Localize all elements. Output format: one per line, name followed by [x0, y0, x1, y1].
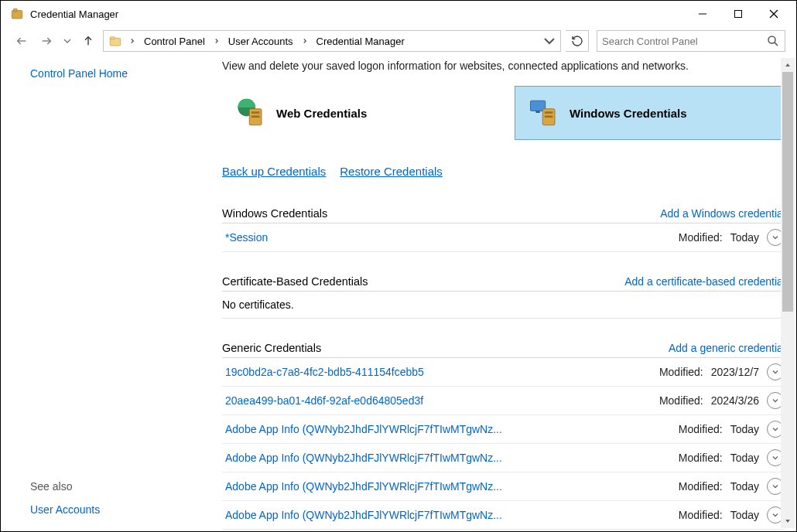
- sidebar: Control Panel Home See also User Account…: [1, 58, 217, 531]
- credential-name: Adobe App Info (QWNyb2JhdFJlYWRlcjF7fTIw…: [225, 452, 502, 464]
- titlebar: Credential Manager: [1, 1, 796, 27]
- modified-value: 2024/3/26: [711, 394, 759, 407]
- modified-label: Modified:: [659, 394, 703, 407]
- modified-label: Modified:: [679, 480, 723, 493]
- refresh-button[interactable]: [566, 30, 589, 52]
- credential-name: Adobe App Info (QWNyb2JhdFJlYWRlcjF7fTIw…: [225, 480, 502, 493]
- web-credentials-label: Web Credentials: [276, 107, 367, 120]
- scroll-down-button[interactable]: [781, 514, 795, 528]
- window-title: Credential Manager: [30, 9, 118, 20]
- credential-row[interactable]: Adobe App Info (QWNyb2JhdFJlYWRlcjF7fTIw…: [222, 444, 785, 472]
- credential-name: Adobe App Info (QWNyb2JhdFJlYWRlcjF7fTIw…: [225, 423, 502, 435]
- chevron-right-icon[interactable]: [210, 37, 224, 45]
- crumb-control-panel[interactable]: Control Panel: [142, 36, 207, 47]
- svg-marker-23: [785, 520, 790, 523]
- credential-row[interactable]: 19c0bd2a-c7a8-4fc2-bdb5-411154fcebb5Modi…: [222, 358, 785, 387]
- svg-line-12: [775, 43, 778, 46]
- svg-rect-1: [14, 9, 18, 12]
- credential-row[interactable]: Adobe App Info (QWNyb2JhdFJlYWRlcjF7fTIw…: [222, 415, 785, 444]
- scroll-thumb[interactable]: [782, 72, 793, 312]
- credential-name: *Session: [225, 231, 268, 244]
- search-input[interactable]: [602, 36, 761, 47]
- crumb-user-accounts[interactable]: User Accounts: [227, 36, 295, 47]
- recent-locations-button[interactable]: [61, 31, 74, 51]
- modified-value: Today: [730, 480, 759, 493]
- svg-rect-10: [110, 37, 115, 39]
- windows-credentials-label: Windows Credentials: [570, 107, 687, 120]
- svg-rect-3: [735, 11, 742, 18]
- scroll-track[interactable]: [781, 72, 795, 514]
- add-generic-credential-link[interactable]: Add a generic credential: [669, 342, 785, 354]
- credential-row[interactable]: Adobe App Info (QWNyb2JhdFJlYWRlcjF7fTIw…: [222, 472, 785, 501]
- user-accounts-link[interactable]: User Accounts: [30, 503, 100, 516]
- breadcrumb[interactable]: Control Panel User Accounts Credential M…: [103, 30, 561, 52]
- crumb-credential-manager[interactable]: Credential Manager: [315, 36, 406, 47]
- control-panel-home-link[interactable]: Control Panel Home: [30, 67, 194, 80]
- svg-rect-15: [251, 111, 260, 114]
- credential-row[interactable]: Adobe App Info (QWNyb2JhdFJlYWRlcjF7fTIw…: [222, 501, 785, 530]
- svg-rect-16: [251, 116, 260, 118]
- scroll-up-button[interactable]: [781, 58, 795, 72]
- add-certificate-credential-link[interactable]: Add a certificate-based credential: [624, 275, 785, 288]
- restore-credentials-link[interactable]: Restore Credentials: [340, 165, 443, 178]
- svg-point-11: [768, 36, 775, 43]
- breadcrumb-icon: [108, 34, 122, 48]
- svg-rect-20: [545, 111, 553, 114]
- see-also-header: See also: [30, 480, 194, 493]
- svg-rect-18: [536, 111, 540, 113]
- svg-marker-22: [785, 63, 790, 66]
- modified-value: Today: [730, 423, 759, 435]
- modified-value: 2023/12/7: [711, 366, 759, 378]
- add-windows-credential-link[interactable]: Add a Windows credential: [660, 207, 785, 220]
- minimize-button[interactable]: [685, 2, 720, 26]
- modified-label: Modified:: [679, 452, 723, 464]
- credential-name: 20aea499-ba01-4d6f-92af-e0d64805ed3f: [225, 394, 423, 407]
- svg-rect-21: [545, 116, 553, 118]
- up-button[interactable]: [78, 31, 98, 51]
- search-box[interactable]: [597, 30, 785, 52]
- page-description: View and delete your saved logon informa…: [222, 60, 785, 72]
- chevron-right-icon[interactable]: [298, 37, 312, 45]
- modified-label: Modified:: [679, 509, 723, 521]
- credential-row[interactable]: *Session Modified: Today: [222, 223, 785, 252]
- search-icon[interactable]: [766, 34, 780, 48]
- web-credentials-tile[interactable]: Web Credentials: [222, 86, 491, 140]
- chevron-right-icon[interactable]: [125, 37, 139, 45]
- no-certificates-text: No certificates.: [222, 292, 785, 319]
- modified-value: Today: [730, 509, 759, 521]
- app-icon: [10, 7, 24, 21]
- backup-credentials-link[interactable]: Back up Credentials: [222, 165, 326, 178]
- monitor-cabinet-icon: [528, 97, 560, 129]
- back-button[interactable]: [12, 31, 32, 51]
- credential-name: 19c0bd2a-c7a8-4fc2-bdb5-411154fcebb5: [225, 366, 424, 378]
- globe-cabinet-icon: [234, 97, 267, 129]
- modified-value: Today: [730, 231, 759, 244]
- history-dropdown[interactable]: [540, 31, 559, 51]
- modified-label: Modified:: [659, 366, 703, 378]
- modified-label: Modified:: [679, 423, 723, 435]
- main-content: View and delete your saved logon informa…: [217, 58, 796, 531]
- maximize-button[interactable]: [720, 2, 756, 26]
- forward-button[interactable]: [36, 31, 56, 51]
- windows-credentials-tile[interactable]: Windows Credentials: [515, 86, 785, 140]
- modified-label: Modified:: [679, 231, 723, 244]
- generic-credentials-section-title: Generic Credentials: [222, 342, 321, 354]
- credential-name: Adobe App Info (QWNyb2JhdFJlYWRlcjF7fTIw…: [225, 509, 502, 521]
- modified-value: Today: [730, 452, 759, 464]
- windows-credentials-section-title: Windows Credentials: [222, 207, 327, 220]
- navbar: Control Panel User Accounts Credential M…: [1, 27, 796, 55]
- close-button[interactable]: [756, 2, 792, 26]
- credential-row[interactable]: 20aea499-ba01-4d6f-92af-e0d64805ed3fModi…: [222, 387, 785, 415]
- vertical-scrollbar[interactable]: [781, 58, 795, 528]
- certificate-credentials-section-title: Certificate-Based Credentials: [222, 275, 368, 288]
